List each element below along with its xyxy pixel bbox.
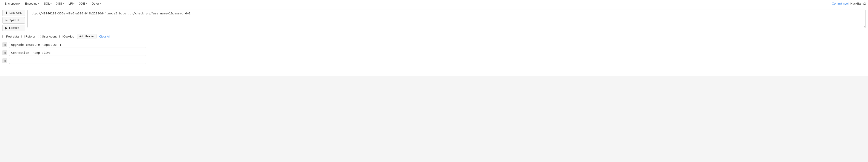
cookies-label: Cookies xyxy=(63,35,74,38)
nav-item-sql[interactable]: SQL ▾ xyxy=(41,0,54,7)
load-url-label: Load URL xyxy=(9,11,22,15)
options-bar: Post data Referer User Agent Cookies Add… xyxy=(2,34,866,39)
header-row-partial: H xyxy=(2,58,866,64)
nav-label-lfi: LFI xyxy=(69,2,73,5)
post-data-checkbox[interactable] xyxy=(2,35,5,38)
header-badge-label-0: H xyxy=(4,44,6,46)
clear-all-label: Clear All xyxy=(99,35,110,38)
cookies-checkbox-label[interactable]: Cookies xyxy=(59,35,74,38)
header-row: H xyxy=(2,42,866,48)
nav-right: Commit now! HackBar v2 xyxy=(832,2,866,5)
main-content: ⬆ Load URL ✂ Split URL ▶ Execute Post da… xyxy=(0,7,868,76)
nav-label-sql: SQL xyxy=(44,2,50,5)
chevron-down-icon: ▾ xyxy=(73,2,74,5)
top-section: ⬆ Load URL ✂ Split URL ▶ Execute xyxy=(2,9,866,31)
execute-button[interactable]: ▶ Execute xyxy=(2,25,25,31)
add-header-label: Add Header xyxy=(79,35,94,38)
nav-item-encoding[interactable]: Encoding ▾ xyxy=(23,0,41,7)
post-data-checkbox-label[interactable]: Post data xyxy=(2,35,19,38)
header-badge-2: H xyxy=(2,58,7,63)
chevron-down-icon: ▾ xyxy=(63,2,64,5)
header-row: H xyxy=(2,50,866,56)
chevron-down-icon: ▾ xyxy=(86,2,87,5)
nav-label-other: Other xyxy=(91,2,99,5)
header-input-2[interactable] xyxy=(9,58,146,64)
header-input-1[interactable] xyxy=(9,50,146,56)
chevron-down-icon: ▾ xyxy=(38,2,39,5)
header-badge-1: H xyxy=(2,50,7,55)
header-badge-label-1: H xyxy=(4,52,6,54)
add-header-button[interactable]: Add Header xyxy=(77,34,96,39)
chevron-down-icon: ▾ xyxy=(19,2,20,5)
load-icon: ⬆ xyxy=(5,11,8,15)
nav-label-encoding: Encoding xyxy=(25,2,37,5)
header-badge-label-2: H xyxy=(4,59,6,62)
post-data-label: Post data xyxy=(6,35,19,38)
chevron-down-icon: ▾ xyxy=(100,2,101,5)
execute-label: Execute xyxy=(9,26,19,29)
split-url-button[interactable]: ✂ Split URL xyxy=(2,17,25,24)
referer-label: Referer xyxy=(25,35,35,38)
referer-checkbox-label[interactable]: Referer xyxy=(22,35,35,38)
nav-item-lfi[interactable]: LFI ▾ xyxy=(66,0,77,7)
split-icon: ✂ xyxy=(5,19,8,22)
user-agent-checkbox-label[interactable]: User Agent xyxy=(38,35,57,38)
navbar: Encryption ▾ Encoding ▾ SQL ▾ XSS ▾ LFI … xyxy=(0,0,868,7)
button-group: ⬆ Load URL ✂ Split URL ▶ Execute xyxy=(2,9,25,31)
commit-now-link[interactable]: Commit now! xyxy=(832,2,849,5)
nav-label-xxe: XXE xyxy=(79,2,85,5)
nav-item-xxe[interactable]: XXE ▾ xyxy=(77,0,89,7)
url-input[interactable] xyxy=(27,9,866,28)
nav-label-xss: XSS xyxy=(56,2,62,5)
split-url-label: Split URL xyxy=(9,19,21,22)
load-url-button[interactable]: ⬆ Load URL xyxy=(2,9,25,16)
user-agent-checkbox[interactable] xyxy=(38,35,41,38)
referer-checkbox[interactable] xyxy=(22,35,25,38)
hackbar-version-label: HackBar v2 xyxy=(850,2,866,5)
header-badge-0: H xyxy=(2,42,7,47)
header-input-0[interactable] xyxy=(9,42,146,48)
nav-item-encryption[interactable]: Encryption ▾ xyxy=(2,0,23,7)
chevron-down-icon: ▾ xyxy=(51,2,52,5)
nav-item-other[interactable]: Other ▾ xyxy=(89,0,103,7)
execute-icon: ▶ xyxy=(5,26,8,30)
nav-label-encryption: Encryption xyxy=(5,2,19,5)
clear-all-button[interactable]: Clear All xyxy=(99,35,110,38)
user-agent-label: User Agent xyxy=(42,35,57,38)
nav-item-xss[interactable]: XSS ▾ xyxy=(54,0,66,7)
cookies-checkbox[interactable] xyxy=(59,35,62,38)
headers-section: H H H xyxy=(2,42,866,64)
